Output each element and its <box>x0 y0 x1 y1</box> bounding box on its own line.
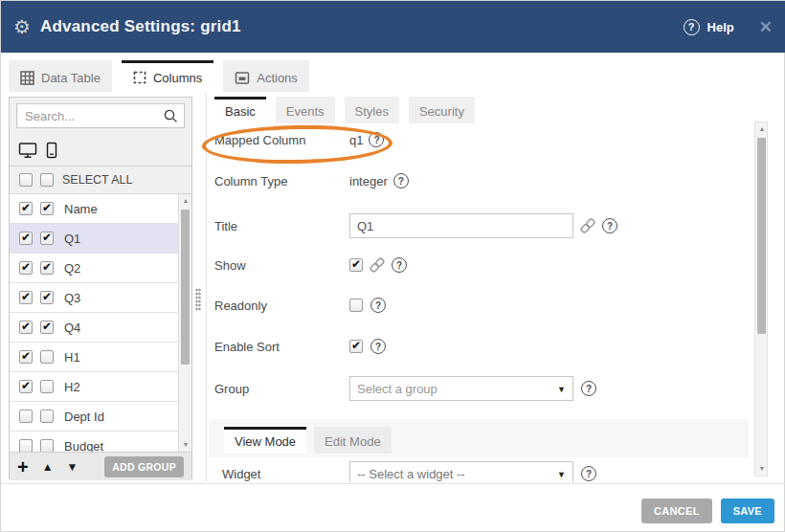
tab-styles[interactable]: Styles <box>345 97 399 123</box>
column-row[interactable]: Q3 <box>10 283 179 313</box>
tab-basic[interactable]: Basic <box>214 97 266 123</box>
field-widget: Widget -- Select a widget -- ▼ ? <box>222 461 596 482</box>
mobile-checkbox[interactable] <box>40 380 54 393</box>
scroll-down-icon[interactable]: ▼ <box>179 438 191 452</box>
field-label: Column Type <box>214 174 349 188</box>
move-up-button[interactable]: ▲ <box>42 461 54 473</box>
tab-security[interactable]: Security <box>409 97 475 123</box>
column-row[interactable]: Q2 <box>10 254 179 283</box>
column-row[interactable]: Q1 <box>10 224 179 254</box>
bind-link-icon[interactable] <box>579 217 596 234</box>
tab-events[interactable]: Events <box>276 97 335 123</box>
device-toggle-row <box>10 134 191 166</box>
help-icon[interactable]: ? <box>602 218 617 233</box>
column-label: Q3 <box>64 291 80 305</box>
tab-label: Columns <box>153 71 202 85</box>
mapped-column-value: q1 <box>349 133 363 147</box>
mobile-checkbox[interactable] <box>40 202 54 215</box>
column-label: Name <box>64 202 98 216</box>
content-footer-divider <box>1 483 785 484</box>
move-down-button[interactable]: ▼ <box>67 461 78 473</box>
mobile-checkbox[interactable] <box>40 410 54 423</box>
column-list-wrap: NameQ1Q2Q3Q4H1H2Dept IdBudget ▲ ▼ <box>10 194 191 452</box>
add-column-button[interactable]: + <box>17 457 29 477</box>
desktop-checkbox[interactable] <box>19 439 33 452</box>
mobile-checkbox[interactable] <box>40 261 54 275</box>
sidebar-scrollbar[interactable]: ▲ ▼ <box>178 194 191 452</box>
select-all-desktop-checkbox[interactable] <box>19 173 33 187</box>
help-icon[interactable]: ? <box>581 466 596 481</box>
field-label: Readonly <box>214 299 349 313</box>
tab-columns[interactable]: Columns <box>122 60 213 92</box>
select-all-mobile-checkbox[interactable] <box>40 173 54 187</box>
title-input[interactable] <box>349 213 573 238</box>
mobile-icon[interactable] <box>46 142 57 159</box>
column-row[interactable]: Budget <box>10 432 179 452</box>
column-row[interactable]: H2 <box>10 372 179 402</box>
tab-view-mode[interactable]: View Mode <box>224 427 306 454</box>
column-row[interactable]: H1 <box>10 343 179 372</box>
scroll-up-icon[interactable]: ▲ <box>755 122 769 136</box>
readonly-checkbox[interactable] <box>349 299 363 312</box>
desktop-checkbox[interactable] <box>19 291 33 304</box>
group-select[interactable]: Select a group ▼ <box>349 376 573 401</box>
help-icon[interactable]: ? <box>370 298 386 313</box>
tab-edit-mode[interactable]: Edit Mode <box>314 427 392 454</box>
tab-label: Actions <box>257 71 298 85</box>
widget-select[interactable]: -- Select a widget -- ▼ <box>349 461 573 482</box>
help-icon[interactable]: ? <box>369 132 384 147</box>
dialog-footer: CANCEL SAVE <box>641 499 774 523</box>
chevron-down-icon: ▼ <box>557 470 566 479</box>
tab-actions[interactable]: Actions <box>223 60 309 92</box>
desktop-checkbox[interactable] <box>19 261 33 275</box>
column-label: Budget <box>64 439 103 453</box>
cancel-button[interactable]: CANCEL <box>641 499 712 523</box>
scrollbar-thumb[interactable] <box>181 210 190 365</box>
add-group-button[interactable]: ADD GROUP <box>104 456 184 477</box>
help-icon[interactable]: ? <box>392 257 407 273</box>
column-list: NameQ1Q2Q3Q4H1H2Dept IdBudget <box>10 194 179 452</box>
show-checkbox[interactable] <box>349 258 363 272</box>
scroll-down-icon[interactable]: ▼ <box>755 462 769 476</box>
dialog-title: Advanced Settings: grid1 <box>40 17 241 36</box>
mobile-checkbox[interactable] <box>40 439 54 452</box>
close-icon[interactable]: ✕ <box>759 19 773 35</box>
bind-link-icon[interactable] <box>369 256 386 274</box>
detail-scrollbar[interactable]: ▲ ▼ <box>754 122 768 477</box>
desktop-checkbox[interactable] <box>19 350 33 364</box>
field-label: Mapped Column <box>214 133 349 147</box>
scrollbar-thumb[interactable] <box>757 138 766 334</box>
field-readonly: Readonly ? <box>214 298 386 313</box>
desktop-checkbox[interactable] <box>19 232 33 245</box>
mobile-checkbox[interactable] <box>40 232 54 245</box>
desktop-icon[interactable] <box>18 142 37 159</box>
enable-sort-checkbox[interactable] <box>349 340 363 353</box>
search-input[interactable] <box>17 104 184 127</box>
panel-splitter-grip[interactable] <box>195 288 201 311</box>
help-icon[interactable]: ? <box>684 19 700 35</box>
mobile-checkbox[interactable] <box>40 350 54 364</box>
mobile-checkbox[interactable] <box>40 321 54 334</box>
search-icon[interactable] <box>163 108 179 124</box>
save-button[interactable]: SAVE <box>721 499 774 523</box>
help-icon[interactable]: ? <box>370 339 386 354</box>
column-row[interactable]: Dept Id <box>10 402 179 432</box>
column-row[interactable]: Name <box>10 194 179 224</box>
desktop-checkbox[interactable] <box>19 410 33 423</box>
field-title: Title ? <box>214 213 617 238</box>
help-link[interactable]: Help <box>707 20 734 34</box>
desktop-checkbox[interactable] <box>19 202 33 215</box>
desktop-checkbox[interactable] <box>19 321 33 334</box>
scroll-up-icon[interactable]: ▲ <box>179 194 191 208</box>
sidebar-toolbar: + ▲ ▼ ADD GROUP <box>10 452 191 480</box>
column-label: H1 <box>64 350 80 365</box>
tab-data-table[interactable]: Data Table <box>9 60 112 92</box>
help-icon[interactable]: ? <box>393 173 409 188</box>
column-label: Q1 <box>64 232 80 246</box>
help-icon[interactable]: ? <box>581 381 596 396</box>
column-type-value: integer <box>349 174 388 188</box>
desktop-checkbox[interactable] <box>19 380 33 393</box>
mobile-checkbox[interactable] <box>40 291 54 304</box>
column-row[interactable]: Q4 <box>10 313 179 343</box>
select-all-row[interactable]: SELECT ALL <box>10 166 191 194</box>
